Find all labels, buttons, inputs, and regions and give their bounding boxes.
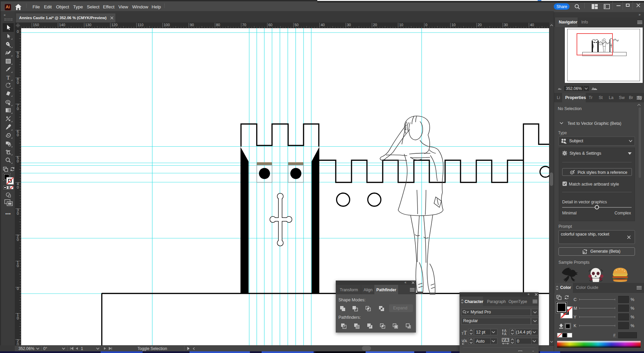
svg-text:0: 0	[17, 264, 19, 268]
svg-text:140: 140	[59, 23, 65, 27]
svg-text:150: 150	[33, 23, 39, 27]
svg-text:50: 50	[294, 23, 299, 27]
svg-text:130: 130	[85, 23, 91, 27]
svg-text:0: 0	[17, 133, 19, 137]
svg-text:60: 60	[268, 23, 272, 27]
svg-text:10: 10	[399, 23, 403, 27]
svg-text:0: 0	[17, 185, 19, 189]
svg-text:40: 40	[321, 23, 325, 27]
svg-text:0: 0	[17, 30, 19, 34]
svg-text:0: 0	[17, 238, 19, 242]
svg-text:A: A	[465, 339, 467, 343]
svg-text:100: 100	[164, 23, 170, 27]
svg-text:T: T	[6, 74, 10, 81]
svg-text:0: 0	[17, 159, 19, 163]
svg-text:110: 110	[138, 23, 144, 27]
svg-text:120: 120	[111, 23, 117, 27]
svg-text:30: 30	[347, 23, 351, 27]
svg-text:0: 0	[17, 211, 19, 215]
svg-text:80: 80	[216, 23, 220, 27]
svg-text:90: 90	[190, 23, 194, 27]
svg-text:0: 0	[425, 23, 427, 27]
svg-text:A: A	[505, 338, 508, 342]
svg-text:10: 10	[451, 23, 455, 27]
svg-text:40: 40	[530, 23, 534, 27]
svg-text:T: T	[464, 330, 467, 335]
svg-text:20: 20	[478, 23, 482, 27]
svg-text:70: 70	[242, 23, 246, 27]
svg-text:20: 20	[373, 23, 377, 27]
svg-text:A: A	[504, 332, 506, 336]
svg-text:30: 30	[504, 23, 508, 27]
svg-text:0: 0	[17, 54, 19, 58]
svg-text:0: 0	[17, 81, 19, 85]
svg-text:0: 0	[17, 342, 19, 345]
svg-text:0: 0	[17, 287, 19, 291]
svg-text:0: 0	[17, 316, 19, 320]
svg-text:0: 0	[17, 107, 19, 111]
